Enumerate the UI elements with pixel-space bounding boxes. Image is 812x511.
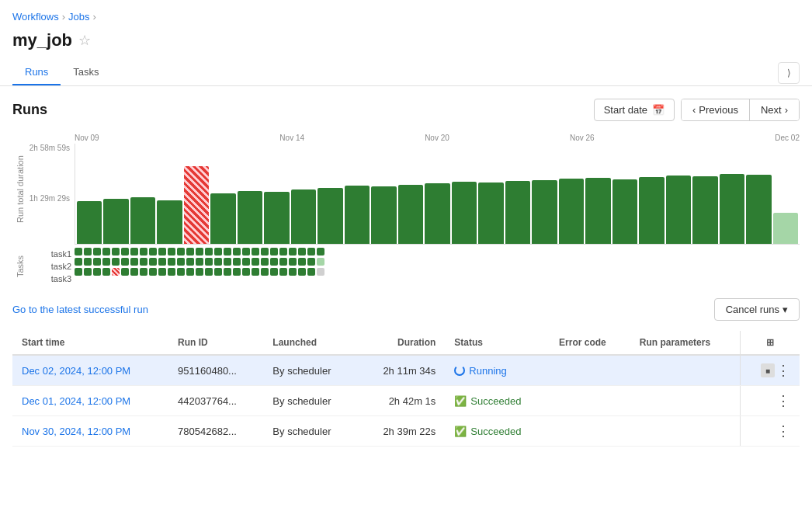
col-duration: Duration [358, 331, 446, 355]
dot-task2-23 [289, 258, 297, 266]
more-actions-button[interactable]: ⋮ [776, 424, 790, 438]
expand-btn[interactable]: ⟩ [778, 62, 800, 84]
run-parameters-2 [630, 416, 740, 447]
date-labels-row: Nov 09 Nov 14 Nov 20 Nov 26 Dec 02 [75, 134, 800, 142]
main-content: Runs Start date 📅 ‹ Previous Next › Run … [0, 86, 812, 459]
y-tick-mid: 1h 29m 29s [29, 194, 70, 203]
bar-10 [345, 186, 370, 244]
chart-inner: 2h 58m 59s 1h 29m 29s [28, 144, 800, 245]
col-launched: Launched [263, 331, 357, 355]
dot-task1-19 [252, 248, 259, 255]
dot-task1-4 [112, 248, 120, 255]
dot-task1-21 [270, 248, 278, 255]
breadcrumb-jobs[interactable]: Jobs [68, 11, 89, 23]
dot-task2-8 [149, 258, 157, 266]
actions-1: ⋮ [741, 386, 800, 416]
dot-task2-0 [75, 258, 82, 266]
dot-task1-25 [307, 248, 315, 255]
duration-2: 2h 39m 22s [358, 416, 446, 447]
status-label: Running [469, 365, 506, 377]
actions-0: ■ ⋮ [741, 355, 800, 386]
star-icon[interactable]: ☆ [78, 32, 91, 49]
bar-3 [157, 200, 182, 244]
start-time-0[interactable]: Dec 02, 2024, 12:00 PM [12, 355, 168, 386]
chart-wrapper: Run total duration Nov 09 Nov 14 Nov 20 … [12, 134, 800, 245]
bar-1 [103, 199, 128, 244]
bar-7 [264, 192, 289, 244]
duration-1: 2h 42m 1s [358, 386, 446, 416]
dot-task2-11 [177, 258, 185, 266]
bar-22 [666, 176, 691, 244]
dot-task3-18 [242, 268, 250, 276]
stop-button[interactable]: ■ [761, 363, 775, 377]
bar-4 [184, 166, 209, 244]
latest-run-link[interactable]: Go to the latest successful run [12, 304, 148, 315]
tab-runs[interactable]: Runs [12, 60, 61, 85]
start-time-1[interactable]: Dec 01, 2024, 12:00 PM [12, 386, 168, 416]
bar-8 [291, 189, 316, 244]
table-row: Dec 01, 2024, 12:00 PM442037764...By sch… [12, 386, 800, 416]
dot-task2-9 [158, 258, 166, 266]
error-code-2 [550, 416, 630, 447]
dot-task1-8 [149, 248, 157, 255]
run-parameters-0 [630, 355, 740, 386]
tasks-labels: task1 task2 task3 [28, 248, 75, 285]
launched-2: By scheduler [263, 416, 357, 447]
start-date-button[interactable]: Start date 📅 [594, 99, 675, 121]
col-layout[interactable]: ⊞ [741, 331, 800, 355]
cancel-runs-dropdown-icon: ▾ [783, 304, 788, 315]
tasks-y-label: Tasks [12, 248, 28, 285]
dot-task1-3 [102, 248, 110, 255]
tab-tasks[interactable]: Tasks [61, 60, 111, 85]
error-code-0 [550, 355, 630, 386]
dot-task2-20 [261, 258, 269, 266]
col-start-time: Start time [12, 331, 168, 355]
dot-task1-17 [233, 248, 241, 255]
dot-task3-6 [130, 268, 138, 276]
bar-15 [478, 182, 503, 244]
status-1: ✅Succeeded [445, 386, 550, 416]
bars-area [75, 144, 800, 245]
bar-11 [371, 186, 396, 244]
bar-17 [532, 180, 557, 244]
y-axis-label: Run total duration [12, 134, 28, 245]
cancel-runs-label: Cancel runs [726, 304, 779, 315]
previous-button[interactable]: ‹ Previous [682, 99, 750, 120]
runs-header: Runs Start date 📅 ‹ Previous Next › [12, 99, 800, 121]
dot-task3-21 [270, 268, 278, 276]
run-id-2: 780542682... [168, 416, 263, 447]
dot-task1-23 [289, 248, 297, 255]
run-id-1: 442037764... [168, 386, 263, 416]
breadcrumb: Workflows › Jobs › [0, 0, 812, 27]
dot-task3-26 [317, 268, 324, 276]
tabs-bar: Runs Tasks ⟩ [0, 60, 812, 86]
date-label-nov09: Nov 09 [75, 134, 220, 142]
dot-task2-4 [112, 258, 120, 266]
status-label: Succeeded [470, 426, 521, 437]
start-time-2[interactable]: Nov 30, 2024, 12:00 PM [12, 416, 168, 447]
launched-0: By scheduler [263, 355, 357, 386]
y-tick-high: 2h 58m 59s [29, 144, 70, 152]
chevron-right-icon: › [785, 104, 788, 116]
dot-task1-11 [177, 248, 185, 255]
previous-label: Previous [699, 104, 738, 116]
task-row-task3 [75, 268, 800, 276]
more-actions-button[interactable]: ⋮ [776, 363, 790, 377]
col-status: Status [445, 331, 550, 355]
page-title-row: my_job ☆ [0, 27, 812, 60]
cancel-runs-button[interactable]: Cancel runs ▾ [714, 298, 800, 321]
task1-label: task1 [28, 248, 71, 260]
breadcrumb-workflows[interactable]: Workflows [12, 11, 59, 23]
next-button[interactable]: Next › [750, 99, 799, 120]
dot-task1-14 [205, 248, 213, 255]
task3-label: task3 [28, 273, 71, 285]
dot-task3-2 [93, 268, 101, 276]
next-label: Next [761, 104, 782, 116]
breadcrumb-sep-1: › [62, 11, 65, 23]
bar-24 [720, 174, 744, 244]
dot-task1-9 [158, 248, 166, 255]
bar-21 [639, 177, 664, 244]
bar-5 [210, 193, 235, 244]
more-actions-button[interactable]: ⋮ [776, 394, 790, 408]
dot-task3-19 [252, 268, 259, 276]
